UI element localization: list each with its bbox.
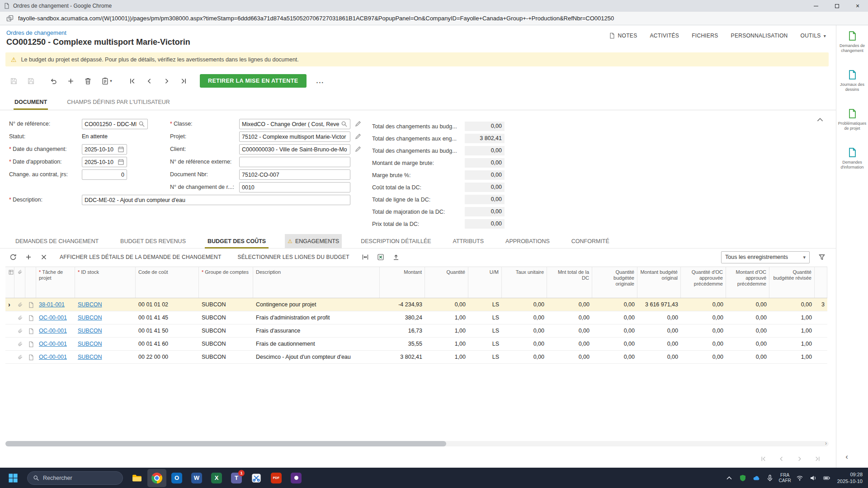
cell-taux-unitaire[interactable]: 0,00 (502, 338, 547, 351)
link-subcon[interactable]: SUBCON (78, 314, 102, 321)
attachment-cell[interactable] (14, 338, 25, 351)
cell-montant-budgete-revise-partial[interactable] (815, 324, 827, 338)
undo-button[interactable] (46, 74, 61, 88)
microphone-button[interactable] (765, 472, 775, 484)
tab-conformite[interactable]: CONFORMITÉ (569, 234, 612, 249)
grid-action-afficher-les-details-de-la-demande-de-changement[interactable]: AFFICHER LES DÉTAILS DE LA DEMANDE DE CH… (52, 254, 228, 260)
cell-tache-de-projet[interactable]: OC-00-001 (36, 338, 75, 351)
cell-quantite-budgetee-originale[interactable]: 0,00 (592, 311, 637, 324)
minimize-button[interactable] (806, 0, 826, 12)
cell-quantite[interactable]: 0,00 (425, 298, 468, 311)
battery-button[interactable] (822, 472, 832, 484)
cell-groupe-de-comptes[interactable]: SUBCON (199, 311, 253, 324)
cell-code-de-cout[interactable]: 00 01 41 45 (136, 311, 199, 324)
column-header-quantite[interactable]: Quantité (425, 267, 468, 298)
close-button[interactable]: × (847, 0, 868, 12)
cell-montant-d-oc-approuve-precedemme[interactable]: 0,00 (726, 298, 769, 311)
grid-action-selectionner-les-lignes-du-budget[interactable]: SÉLECTIONNER LES LIGNES DU BUDGET (230, 254, 356, 260)
tab-champs-definis-par-l-utilisateur[interactable]: CHAMPS DÉFINIS PAR L'UTILISATEUR (66, 99, 171, 110)
fit-width-button[interactable] (359, 250, 372, 264)
file-explorer-button[interactable] (127, 469, 146, 487)
column-header-u-m[interactable]: U/M (468, 267, 502, 298)
cell-quantite[interactable]: 1,00 (425, 351, 468, 364)
link-38-01-001[interactable]: 38-01-001 (39, 301, 65, 308)
cell-u-m[interactable]: LS (468, 351, 502, 364)
cell-quantite-d-oc-approuvee-precedemme[interactable]: 0,00 (681, 311, 726, 324)
cell-u-m[interactable]: LS (468, 324, 502, 338)
column-header-montant-budgete-original[interactable]: Montant budgété original (637, 267, 681, 298)
tab-approbations[interactable]: APPROBATIONS (503, 234, 552, 249)
side-panel-collapse-button[interactable]: ‹ (842, 452, 852, 462)
go-next-button[interactable] (159, 74, 174, 88)
go-last-button[interactable] (176, 74, 191, 88)
link-subcon[interactable]: SUBCON (78, 341, 102, 347)
link-oc-00-001[interactable]: OC-00-001 (39, 354, 67, 360)
cell-montant-budgete-original[interactable]: 0,00 (637, 311, 681, 324)
column-header-montant-d-oc-approuve-precedemme[interactable]: Montant d'OC approuvé précédemme (726, 267, 769, 298)
side-panel-item-demandes-d-information[interactable]: Demandes d'information (836, 142, 868, 181)
cell-taux-unitaire[interactable]: 0,00 (502, 351, 547, 364)
cell-montant-budgete-original[interactable]: 0,00 (637, 338, 681, 351)
cell-description[interactable]: Frais d'administration et profit (253, 311, 380, 324)
teams-button[interactable]: T1 (227, 469, 246, 487)
cell-id-stock[interactable]: SUBCON (75, 298, 136, 311)
cell-quantite-budgetee-originale[interactable]: 0,00 (592, 338, 637, 351)
cell-montant[interactable]: 35,55 (380, 338, 425, 351)
tab-attributs[interactable]: ATTRIBUTS (450, 234, 487, 249)
tab-groups-icon[interactable] (6, 15, 14, 22)
upload-button[interactable] (389, 250, 403, 264)
cell-montant-d-oc-approuve-precedemme[interactable]: 0,00 (726, 351, 769, 364)
cell-tache-de-projet[interactable]: OC-00-001 (36, 324, 75, 338)
column-header-description[interactable]: Description (253, 267, 380, 298)
column-header-tache-de-projet[interactable]: *Tâche de projet (36, 267, 75, 298)
copy-paste-button[interactable]: ▾ (98, 74, 116, 88)
cell-montant-d-oc-approuve-precedemme[interactable]: 0,00 (726, 311, 769, 324)
cell-quantite-budgetee-revisee[interactable]: 1,00 (769, 338, 815, 351)
cell-mnt-total-de-la-dc[interactable]: 0,00 (547, 338, 592, 351)
cell-quantite-d-oc-approuvee-precedemme[interactable]: 0,00 (681, 351, 726, 364)
cell-groupe-de-comptes[interactable]: SUBCON (199, 338, 253, 351)
cell-u-m[interactable]: LS (468, 311, 502, 324)
tab-engagements[interactable]: ⚠ENGAGEMENTS (285, 234, 342, 249)
cell-montant-budgete-revise-partial[interactable] (815, 338, 827, 351)
cell-montant-d-oc-approuve-precedemme[interactable]: 0,00 (726, 338, 769, 351)
column-header-quantite-budgetee-revisee[interactable]: Quantité budgétée révisée (769, 267, 815, 298)
cell-code-de-cout[interactable]: 00 01 01 02 (136, 298, 199, 311)
side-panel-item-journaux-des-dessins[interactable]: Journaux des dessins (836, 64, 868, 103)
tab-demandes-de-changement[interactable]: DEMANDES DE CHANGEMENT (13, 234, 101, 249)
breadcrumb[interactable]: Ordres de changement (6, 29, 66, 36)
menu-outils[interactable]: OUTILS▾ (801, 33, 826, 39)
refresh-button[interactable] (6, 250, 20, 264)
attachment-cell[interactable] (14, 311, 25, 324)
delete-row-button[interactable] (37, 250, 51, 264)
cell-quantite-budgetee-originale[interactable]: 0,00 (592, 298, 637, 311)
excel-button[interactable]: X (207, 469, 226, 487)
cell-taux-unitaire[interactable]: 0,00 (502, 311, 547, 324)
column-header-groupe-de-comptes[interactable]: *Groupe de comptes (199, 267, 253, 298)
cell-groupe-de-comptes[interactable]: SUBCON (199, 351, 253, 364)
cell-mnt-total-de-la-dc[interactable]: 0,00 (547, 311, 592, 324)
attachment-cell[interactable] (14, 298, 25, 311)
maximize-button[interactable] (826, 0, 847, 12)
go-next-button[interactable] (794, 454, 804, 464)
cell-u-m[interactable]: LS (468, 338, 502, 351)
cell-code-de-cout[interactable]: 00 01 41 50 (136, 324, 199, 338)
note-cell[interactable] (25, 311, 36, 324)
cell-id-stock[interactable]: SUBCON (75, 351, 136, 364)
go-prev-button[interactable] (142, 74, 156, 88)
scrollbar-right-arrow[interactable]: › (824, 441, 828, 446)
filter-button[interactable] (815, 250, 829, 264)
add-row-button[interactable] (22, 250, 35, 264)
column-header-id-stock[interactable]: *ID stock (75, 267, 136, 298)
cell-tache-de-projet[interactable]: 38-01-001 (36, 298, 75, 311)
acrobat-button[interactable]: PDF (267, 469, 286, 487)
side-panel-item-demandes-de-changement[interactable]: Demandes de changement (836, 25, 868, 64)
attachment-cell[interactable] (14, 324, 25, 338)
cell-id-stock[interactable]: SUBCON (75, 338, 136, 351)
cell-tache-de-projet[interactable]: OC-00-001 (36, 311, 75, 324)
cell-mnt-total-de-la-dc[interactable]: 0,00 (547, 298, 592, 311)
cell-description[interactable]: Descimco - Ajout d'un compteur d'eau (253, 351, 380, 364)
cell-quantite[interactable]: 1,00 (425, 324, 468, 338)
cell-montant-budgete-original[interactable]: 0,00 (637, 324, 681, 338)
cell-quantite-budgetee-revisee[interactable]: 1,00 (769, 351, 815, 364)
